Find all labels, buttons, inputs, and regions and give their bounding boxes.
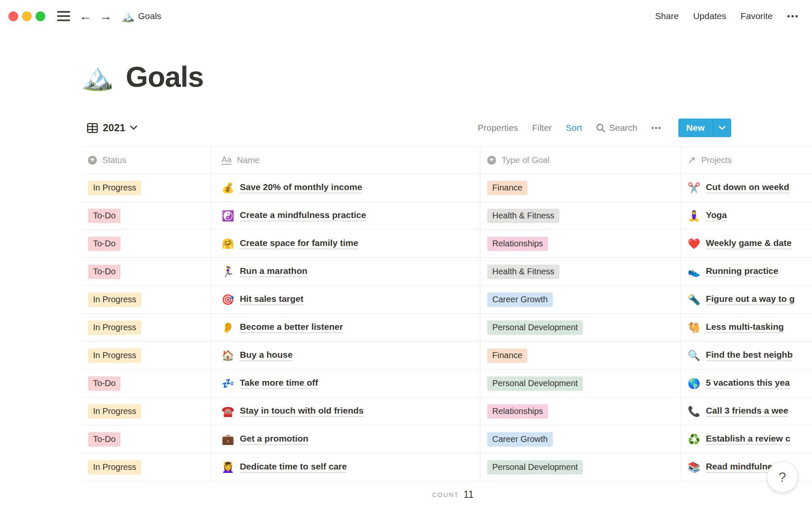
projects-cell[interactable]: 🔍Find the best neighb xyxy=(681,342,812,369)
goal-page-link[interactable]: Dedicate time to self care xyxy=(240,461,347,473)
title-property-icon: Aa xyxy=(222,155,231,165)
share-button[interactable]: Share xyxy=(655,11,679,21)
goal-page-link[interactable]: Create a mindfulness practice xyxy=(240,210,366,221)
project-emoji-icon: 🌎 xyxy=(688,378,700,389)
forward-arrow-icon[interactable]: → xyxy=(99,10,112,22)
project-page-link[interactable]: Call 3 friends a wee xyxy=(706,406,788,417)
minimize-window-button[interactable] xyxy=(22,11,32,21)
view-switcher[interactable]: 2021 xyxy=(81,122,137,134)
projects-cell[interactable]: ❤️Weekly game & date xyxy=(681,230,812,257)
count-footer[interactable]: COUNT 11 xyxy=(211,481,480,508)
name-cell[interactable]: 💰Save 20% of monthly income xyxy=(211,174,480,202)
status-cell[interactable]: In Progress xyxy=(81,314,211,341)
name-cell[interactable]: 🏠Buy a house xyxy=(211,342,480,369)
sidebar-menu-icon[interactable] xyxy=(57,11,70,21)
project-page-link[interactable]: Less multi-tasking xyxy=(706,322,784,333)
sort-button[interactable]: Sort xyxy=(566,123,582,133)
status-cell[interactable]: To-Do xyxy=(81,202,211,229)
name-cell[interactable]: 💤Take more time off xyxy=(211,370,480,397)
status-cell[interactable]: To-Do xyxy=(81,370,211,397)
new-button[interactable]: New xyxy=(678,119,731,137)
project-emoji-icon: 🧘‍♀️ xyxy=(688,211,700,221)
project-page-link[interactable]: Figure out a way to g xyxy=(706,294,795,305)
projects-cell[interactable]: 🐫Less multi-tasking xyxy=(681,314,812,341)
goal-page-link[interactable]: Get a promotion xyxy=(240,433,308,445)
project-page-link[interactable]: Cut down on weekd xyxy=(706,182,789,193)
projects-cell[interactable]: 🧘‍♀️Yoga xyxy=(681,202,812,229)
name-cell[interactable]: 🏃‍♀️Run a marathon xyxy=(211,258,480,285)
goal-page-link[interactable]: Hit sales target xyxy=(240,294,304,305)
new-button-label[interactable]: New xyxy=(678,119,713,137)
name-cell[interactable]: 💼Get a promotion xyxy=(211,425,480,453)
page-mountain-icon[interactable]: 🏔️ xyxy=(81,64,114,90)
goal-page-link[interactable]: Buy a house xyxy=(240,350,293,361)
type-of-goal-cell[interactable]: Health & Fitness xyxy=(480,202,681,229)
projects-cell[interactable]: 👟Running practice xyxy=(681,258,812,285)
status-cell[interactable]: To-Do xyxy=(81,230,211,257)
properties-button[interactable]: Properties xyxy=(477,123,518,133)
type-of-goal-cell[interactable]: Personal Development xyxy=(480,453,681,481)
zoom-window-button[interactable] xyxy=(36,11,45,21)
name-cell[interactable]: 🎯Hit sales target xyxy=(211,286,480,313)
type-of-goal-cell[interactable]: Personal Development xyxy=(480,370,681,397)
type-of-goal-cell[interactable]: Finance xyxy=(480,174,681,202)
updates-button[interactable]: Updates xyxy=(693,11,726,21)
type-of-goal-cell[interactable]: Health & Fitness xyxy=(480,258,681,285)
table-row: To-Do☯️Create a mindfulness practiceHeal… xyxy=(81,202,812,230)
project-page-link[interactable]: Weekly game & date xyxy=(706,238,792,249)
goal-page-link[interactable]: Stay in touch with old friends xyxy=(240,406,364,417)
search-button[interactable]: Search xyxy=(596,123,637,133)
project-emoji-icon: 📞 xyxy=(688,406,700,417)
table-row: To-Do💼Get a promotionCareer Growth♻️Esta… xyxy=(81,425,812,453)
goal-page-link[interactable]: Create space for family time xyxy=(240,238,358,249)
status-cell[interactable]: In Progress xyxy=(81,453,211,481)
project-page-link[interactable]: Yoga xyxy=(706,210,727,221)
projects-cell[interactable]: ♻️Establish a review c xyxy=(681,425,812,453)
status-cell[interactable]: In Progress xyxy=(81,342,211,369)
view-name[interactable]: 2021 xyxy=(103,122,125,134)
type-of-goal-cell[interactable]: Finance xyxy=(480,342,681,369)
project-page-link[interactable]: 5 vacations this yea xyxy=(706,378,790,389)
new-dropdown-button[interactable] xyxy=(713,119,731,137)
help-button[interactable]: ? xyxy=(767,462,798,492)
status-cell[interactable]: To-Do xyxy=(81,425,211,453)
project-page-link[interactable]: Establish a review c xyxy=(706,433,790,445)
status-cell[interactable]: To-Do xyxy=(81,258,211,285)
view-more-options-icon[interactable]: ••• xyxy=(651,124,662,133)
projects-cell[interactable]: ✂️Cut down on weekd xyxy=(681,174,812,202)
more-options-icon[interactable]: ••• xyxy=(787,11,799,21)
column-header-status[interactable]: Status xyxy=(81,146,211,174)
name-cell[interactable]: ☎️Stay in touch with old friends xyxy=(211,398,480,425)
column-header-type-of-goal[interactable]: Type of Goal xyxy=(480,146,681,174)
status-cell[interactable]: In Progress xyxy=(81,398,211,425)
column-header-projects[interactable]: ↗ Projects xyxy=(681,146,812,174)
name-cell[interactable]: 🤗Create space for family time xyxy=(211,230,480,257)
name-cell[interactable]: ☯️Create a mindfulness practice xyxy=(211,202,480,229)
status-cell[interactable]: In Progress xyxy=(81,286,211,313)
name-cell[interactable]: 💆‍♀️Dedicate time to self care xyxy=(211,453,480,481)
projects-cell[interactable]: 🌎5 vacations this yea xyxy=(681,370,812,397)
column-header-name[interactable]: Aa Name xyxy=(211,146,480,174)
close-window-button[interactable] xyxy=(8,11,18,21)
type-of-goal-cell[interactable]: Relationships xyxy=(480,398,681,425)
status-cell[interactable]: In Progress xyxy=(81,174,211,202)
goal-page-link[interactable]: Become a better listener xyxy=(240,322,343,333)
goal-page-link[interactable]: Run a marathon xyxy=(240,266,307,277)
breadcrumb-page-title[interactable]: Goals xyxy=(138,11,161,21)
project-page-link[interactable]: Find the best neighb xyxy=(706,350,793,361)
type-of-goal-cell[interactable]: Personal Development xyxy=(480,314,681,341)
type-of-goal-cell[interactable]: Career Growth xyxy=(480,425,681,453)
status-badge: In Progress xyxy=(88,320,141,335)
type-badge: Relationships xyxy=(487,237,548,251)
type-of-goal-cell[interactable]: Career Growth xyxy=(480,286,681,313)
filter-button[interactable]: Filter xyxy=(532,123,552,133)
project-page-link[interactable]: Running practice xyxy=(706,266,779,277)
name-cell[interactable]: 👂Become a better listener xyxy=(211,314,480,341)
projects-cell[interactable]: 🔦Figure out a way to g xyxy=(681,286,812,313)
projects-cell[interactable]: 📞Call 3 friends a wee xyxy=(681,398,812,425)
back-arrow-icon[interactable]: ← xyxy=(79,10,92,22)
goal-page-link[interactable]: Save 20% of monthly income xyxy=(240,182,362,193)
favorite-button[interactable]: Favorite xyxy=(741,11,773,21)
type-of-goal-cell[interactable]: Relationships xyxy=(480,230,681,257)
goal-page-link[interactable]: Take more time off xyxy=(240,378,318,389)
